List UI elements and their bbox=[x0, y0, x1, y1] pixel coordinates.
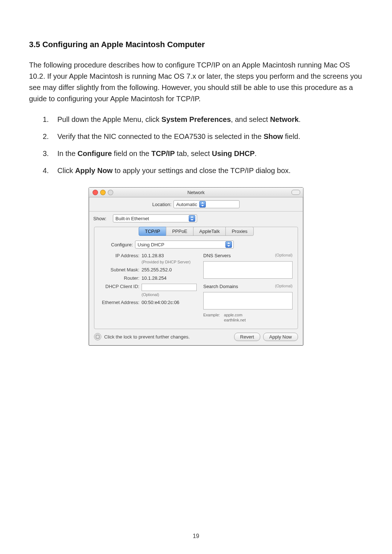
apply-now-button[interactable]: Apply Now bbox=[263, 333, 298, 341]
ethernet-address-label: Ethernet Address: bbox=[99, 300, 142, 305]
subnet-mask-label: Subnet Mask: bbox=[99, 267, 142, 272]
tabs-container: TCP/IP PPPoE AppleTalk Proxies Configure… bbox=[94, 227, 298, 329]
subnet-mask-value: 255.255.252.0 bbox=[142, 267, 172, 272]
intro-paragraph: The following procedure describes how to… bbox=[29, 59, 363, 104]
toolbar-toggle-icon[interactable] bbox=[291, 190, 300, 195]
lock-icon[interactable] bbox=[94, 333, 101, 340]
dns-optional-label: (Optional) bbox=[275, 253, 293, 258]
dns-servers-label: DNS Servers bbox=[203, 253, 231, 258]
step-2: Verify that the NIC connected to the EOA… bbox=[51, 131, 363, 142]
show-select[interactable]: Built-in Ethernet bbox=[113, 214, 197, 222]
dns-servers-input[interactable] bbox=[203, 261, 293, 279]
search-domains-example: Example: apple.com earthlink.net bbox=[203, 312, 293, 323]
chevron-updown-icon bbox=[199, 201, 206, 208]
configure-label: Configure: bbox=[99, 242, 133, 247]
search-optional-label: (Optional) bbox=[275, 284, 293, 289]
lock-text: Click the lock to prevent further change… bbox=[104, 334, 231, 340]
page-number: 19 bbox=[0, 533, 392, 539]
step-4: Click Apply Now to apply your settings a… bbox=[51, 165, 363, 176]
ip-address-label: IP Address: bbox=[99, 253, 142, 258]
ip-address-sublabel: (Provided by DHCP Server) bbox=[142, 260, 197, 264]
step-1: Pull down the Apple Menu, click System P… bbox=[51, 114, 363, 125]
ip-address-value: 10.1.28.83 bbox=[142, 253, 164, 258]
dhcp-client-id-label: DHCP Client ID: bbox=[99, 284, 142, 289]
tab-proxies[interactable]: Proxies bbox=[225, 227, 253, 236]
steps-list: Pull down the Apple Menu, click System P… bbox=[51, 114, 363, 176]
dhcp-client-id-sublabel: (Optional) bbox=[142, 292, 197, 297]
ethernet-address-value: 00:50:e4:00:2c:06 bbox=[142, 300, 179, 305]
tab-appletalk[interactable]: AppleTalk bbox=[193, 227, 226, 236]
tab-tcpip[interactable]: TCP/IP bbox=[139, 227, 166, 236]
window-titlebar: Network bbox=[89, 188, 303, 197]
chevron-updown-icon bbox=[225, 241, 232, 248]
search-domains-label: Search Domains bbox=[203, 284, 238, 289]
window-title: Network bbox=[89, 190, 303, 195]
revert-button[interactable]: Revert bbox=[234, 333, 260, 341]
dhcp-client-id-input[interactable] bbox=[142, 284, 197, 291]
chevron-updown-icon bbox=[189, 215, 195, 222]
configure-select[interactable]: Using DHCP bbox=[135, 241, 234, 249]
router-label: Router: bbox=[99, 275, 142, 281]
location-select[interactable]: Automatic bbox=[173, 200, 240, 208]
show-label: Show: bbox=[93, 216, 109, 221]
search-domains-input[interactable] bbox=[203, 292, 293, 309]
router-value: 10.1.28.254 bbox=[142, 275, 167, 281]
section-heading: 3.5 Configuring an Apple Macintosh Compu… bbox=[29, 40, 363, 49]
tab-pppoe[interactable]: PPPoE bbox=[166, 227, 193, 236]
step-3: In the Configure field on the TCP/IP tab… bbox=[51, 148, 363, 159]
location-label: Location: bbox=[152, 202, 172, 207]
network-window: Network Location: Automatic Show: Built-… bbox=[89, 187, 303, 346]
